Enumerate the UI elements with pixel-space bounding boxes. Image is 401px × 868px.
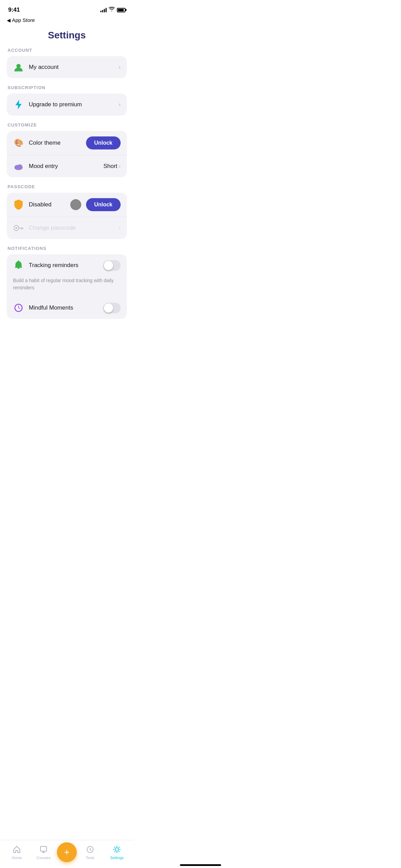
svg-point-0 [16,64,21,68]
status-time: 9:41 [8,7,20,13]
upgrade-label: Upgrade to premium [29,101,114,108]
svg-point-3 [17,164,22,169]
signal-icon [100,8,107,12]
mindful-moments-label: Mindful Moments [29,304,98,311]
change-passcode-row: Change passcode › [7,217,127,239]
mood-entry-row[interactable]: Mood entry Short › [7,155,127,177]
back-arrow-icon: ◀ [7,17,11,23]
my-account-label: My account [29,64,114,71]
mindful-moments-toggle[interactable] [103,303,121,313]
svg-point-5 [15,227,17,229]
back-navigation[interactable]: ◀ App Store [0,17,134,24]
settings-content: ACCOUNT My account › SUBSCRIPTION [0,48,134,357]
customize-card: 🎨 Color theme Unlock Mood entry Short › [7,131,127,177]
notifications-section-label: NOTIFICATIONS [7,246,127,251]
account-section-label: ACCOUNT [7,48,127,53]
status-bar: 9:41 [0,0,134,17]
lightning-icon [13,99,24,110]
subscription-section-label: SUBSCRIPTION [7,85,127,90]
passcode-disabled-label: Disabled [29,201,65,208]
clock-icon [13,302,24,313]
passcode-card: Disabled Unlock Change passcode › [7,193,127,239]
cloud-icon [13,161,24,172]
passcode-unlock-button[interactable]: Unlock [86,198,121,211]
battery-icon [117,8,125,12]
notifications-card: Tracking reminders Build a habit of regu… [7,254,127,319]
color-theme-unlock-button[interactable]: Unlock [86,136,121,149]
shield-icon [13,199,24,210]
status-icons [100,7,125,13]
key-icon [13,222,24,233]
mood-entry-chevron: › [119,163,121,170]
passcode-toggle-dot [70,199,81,210]
tracking-reminders-description: Build a habit of regular mood tracking w… [7,276,127,297]
svg-rect-9 [17,268,20,269]
passcode-section-label: PASSCODE [7,184,127,189]
change-passcode-chevron: › [119,225,121,231]
wifi-icon [109,7,115,13]
page-title: Settings [0,24,134,48]
subscription-card: Upgrade to premium › [7,94,127,116]
account-card: My account › [7,56,127,78]
passcode-section: PASSCODE Disabled Unlock [7,184,127,239]
passcode-disabled-row[interactable]: Disabled Unlock [7,193,127,217]
account-section: ACCOUNT My account › [7,48,127,78]
my-account-row[interactable]: My account › [7,56,127,78]
mood-entry-label: Mood entry [29,163,99,170]
tracking-reminders-label: Tracking reminders [29,262,98,269]
account-chevron: › [119,64,121,71]
mindful-moments-row[interactable]: Mindful Moments [7,297,127,319]
bell-icon [13,260,24,271]
tracking-reminders-toggle[interactable] [103,260,121,271]
color-theme-row[interactable]: 🎨 Color theme Unlock [7,131,127,155]
upgrade-row[interactable]: Upgrade to premium › [7,94,127,116]
mood-entry-value: Short › [104,163,121,170]
back-label: App Store [12,17,35,23]
palette-icon: 🎨 [13,137,24,148]
notifications-section: NOTIFICATIONS Tracking reminders Build a… [7,246,127,319]
change-passcode-label: Change passcode [29,225,114,231]
tracking-reminders-row[interactable]: Tracking reminders [7,254,127,276]
subscription-section: SUBSCRIPTION Upgrade to premium › [7,85,127,116]
customize-section: CUSTOMIZE 🎨 Color theme Unlock Mood entr… [7,122,127,177]
account-icon [13,62,24,73]
upgrade-chevron: › [119,101,121,108]
customize-section-label: CUSTOMIZE [7,122,127,128]
color-theme-label: Color theme [29,140,81,146]
